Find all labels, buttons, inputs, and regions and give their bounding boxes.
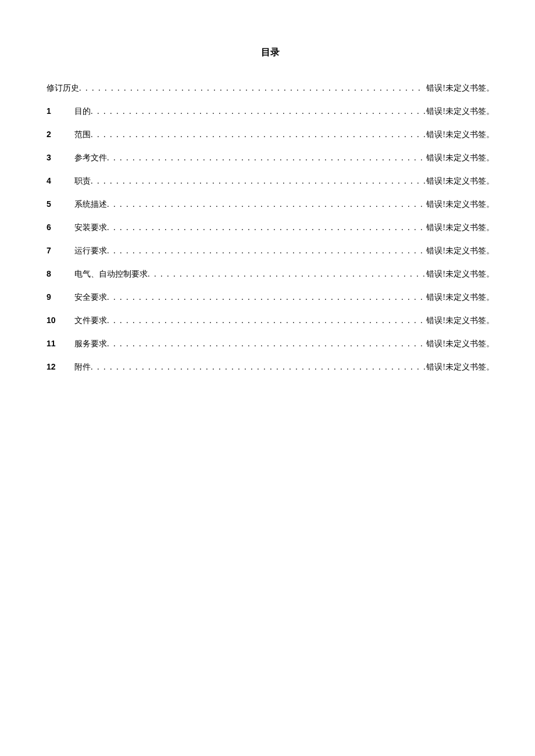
toc-label: 修订历史 <box>47 82 79 94</box>
toc-label: 文件要求 <box>74 314 107 327</box>
toc-label: 范围 <box>74 128 91 141</box>
toc-entry: 1 目的 错误!未定义书签。 <box>47 105 494 117</box>
toc-label: 安装要求 <box>74 221 107 234</box>
toc-page-ref: 错误!未定义书签。 <box>425 105 494 117</box>
toc-page-ref: 错误!未定义书签。 <box>425 245 494 257</box>
toc-dots <box>79 82 425 94</box>
toc-label: 服务要求 <box>74 338 107 350</box>
toc-number: 2 <box>47 128 74 141</box>
toc-dots <box>91 105 425 117</box>
toc-label: 参考文件 <box>74 152 107 164</box>
toc-page-ref: 错误!未定义书签。 <box>425 221 494 234</box>
toc-number: 3 <box>47 152 74 164</box>
toc-label: 电气、自动控制要求 <box>74 268 148 280</box>
toc-page-ref: 错误!未定义书签。 <box>425 175 494 187</box>
toc-label: 职责 <box>74 175 91 187</box>
toc-entry: 12 附件 错误!未定义书签。 <box>47 361 494 373</box>
toc-entry: 8 电气、自动控制要求 错误!未定义书签。 <box>47 268 494 280</box>
toc-number: 1 <box>47 105 74 117</box>
toc-dots <box>148 268 425 280</box>
toc-entry: 11 服务要求 错误!未定义书签。 <box>47 338 494 350</box>
toc-number: 10 <box>47 314 74 327</box>
toc-page-ref: 错误!未定义书签。 <box>425 268 494 280</box>
toc-page-ref: 错误!未定义书签。 <box>425 291 494 303</box>
toc-entry: 9 安全要求 错误!未定义书签。 <box>47 291 494 303</box>
toc-number: 12 <box>47 361 74 373</box>
toc-number: 6 <box>47 221 74 234</box>
toc-label: 安全要求 <box>74 291 107 303</box>
toc-page-ref: 错误!未定义书签。 <box>425 128 494 141</box>
toc-page-ref: 错误!未定义书签。 <box>425 314 494 327</box>
toc-number: 5 <box>47 198 74 210</box>
toc-dots <box>107 152 425 164</box>
toc-dots <box>107 198 425 210</box>
toc-entry: 4 职责 错误!未定义书签。 <box>47 175 494 187</box>
toc-entry: 5 系统描述 错误!未定义书签。 <box>47 198 494 210</box>
toc-dots <box>91 361 425 373</box>
toc-number: 7 <box>47 245 74 257</box>
toc-page-ref: 错误!未定义书签。 <box>425 361 494 373</box>
toc-entry: 2 范围 错误!未定义书签。 <box>47 128 494 141</box>
toc-page-ref: 错误!未定义书签。 <box>425 152 494 164</box>
toc-dots <box>107 338 425 350</box>
toc-number: 4 <box>47 175 74 187</box>
toc-dots <box>107 221 425 234</box>
toc-page-ref: 错误!未定义书签。 <box>425 82 494 94</box>
toc-entry: 7 运行要求 错误!未定义书签。 <box>47 245 494 257</box>
toc-dots <box>91 128 425 141</box>
toc-list: 修订历史 错误!未定义书签。 1 目的 错误!未定义书签。 2 范围 错误!未定… <box>47 82 494 373</box>
toc-page-ref: 错误!未定义书签。 <box>425 198 494 210</box>
toc-entry: 10 文件要求 错误!未定义书签。 <box>47 314 494 327</box>
toc-page-ref: 错误!未定义书签。 <box>425 338 494 350</box>
toc-number: 9 <box>47 291 74 303</box>
toc-title: 目录 <box>47 46 494 59</box>
toc-dots <box>107 245 425 257</box>
toc-dots <box>91 175 425 187</box>
toc-label: 系统描述 <box>74 198 107 210</box>
toc-dots <box>107 291 425 303</box>
toc-entry: 3 参考文件 错误!未定义书签。 <box>47 152 494 164</box>
toc-number: 8 <box>47 268 74 280</box>
toc-entry: 修订历史 错误!未定义书签。 <box>47 82 494 94</box>
toc-label: 运行要求 <box>74 245 107 257</box>
toc-label: 附件 <box>74 361 91 373</box>
toc-number: 11 <box>47 338 74 350</box>
toc-dots <box>107 314 425 327</box>
toc-entry: 6 安装要求 错误!未定义书签。 <box>47 221 494 234</box>
toc-label: 目的 <box>74 105 91 117</box>
